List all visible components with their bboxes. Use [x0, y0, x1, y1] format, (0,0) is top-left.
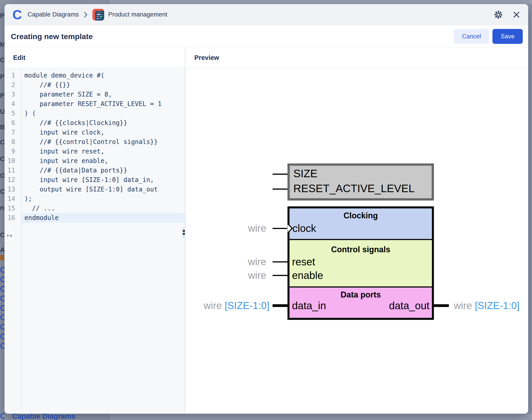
bus-stub-data-in [273, 304, 287, 307]
background-logo: C [0, 332, 4, 341]
project-icon [92, 9, 104, 21]
line-number: 6 [4, 118, 15, 128]
line-number: 15 [4, 204, 15, 213]
bus-stub-data-out [434, 304, 449, 307]
background-letter: Ou [0, 172, 4, 180]
background-bottom-divider [109, 414, 110, 420]
background-logo: C [0, 304, 4, 312]
panel-headers: Edit Preview [4, 47, 528, 68]
background-letter: Pr [0, 73, 4, 80]
breadcrumb-app-name[interactable]: Capable Diagrams [28, 11, 79, 18]
app-logo[interactable]: C [11, 8, 24, 21]
wire-keyword: wire [204, 300, 222, 311]
background-logo: C [0, 266, 4, 274]
wire-type-label-enable: wire [185, 270, 266, 281]
code-line[interactable]: input wire enable, [21, 156, 185, 166]
code-line[interactable]: input wire reset, [21, 147, 185, 156]
settings-gear-icon[interactable] [493, 10, 503, 20]
section-title-control: Control signals [287, 245, 434, 255]
code-line[interactable]: parameter SIZE = 8, [21, 90, 185, 99]
background-letter: Pr [0, 12, 4, 19]
project-icon-window [95, 11, 104, 21]
bus-range-label: [SIZE-1:0] [225, 300, 269, 311]
preview-panel-label: Preview [194, 47, 219, 68]
background-letter: n [0, 204, 4, 211]
code-line[interactable]: input wire [SIZE-1:0] data_in, [21, 175, 185, 185]
line-number: 16 [4, 213, 15, 223]
parameter-label: SIZE [293, 166, 432, 181]
code-line[interactable]: // ... [21, 204, 185, 213]
code-line[interactable]: endmodule [21, 213, 185, 223]
code-editor[interactable]: 12345678910111213141516 module demo_devi… [4, 68, 185, 414]
line-number: 13 [4, 185, 15, 194]
code-line[interactable]: //# {{}} [21, 80, 185, 90]
port-reset: reset [292, 256, 315, 267]
code-line[interactable]: output wire [SIZE-1:0] data_out [21, 185, 185, 194]
code-line[interactable]: ); [21, 194, 185, 204]
diagram-preview[interactable]: SIZE RESET_ACTIVE_LEVEL Clocking Control… [185, 68, 528, 414]
wire-stub-clock [273, 228, 287, 229]
breadcrumb-chevron-icon [84, 12, 88, 18]
close-icon[interactable] [511, 10, 521, 20]
title-bar: Creating new template Cancel Save [4, 26, 528, 47]
background-bottom-panel [109, 414, 532, 420]
line-number: 10 [4, 156, 15, 166]
section-title-clocking: Clocking [287, 211, 434, 221]
wire-type-label-clock: wire [185, 223, 266, 234]
port-data-out: data_out [287, 300, 429, 311]
background-top-divider [108, 0, 109, 4]
line-number: 11 [4, 166, 15, 175]
wire-type-label-reset: wire [185, 256, 266, 267]
edit-panel-label: Edit [13, 47, 26, 68]
background-logo: C [0, 275, 4, 284]
code-line[interactable]: ) ( [21, 109, 185, 118]
line-number: 4 [4, 99, 15, 109]
code-line[interactable]: //# {{clocks|Clocking}} [21, 118, 185, 128]
port-enable: enable [292, 270, 323, 281]
code-line[interactable]: //# {{control|Control signals}} [21, 137, 185, 147]
line-number: 5 [4, 109, 15, 118]
background-upload-icon [0, 255, 4, 260]
background-logo: C [0, 323, 4, 331]
code-lines[interactable]: module demo_device #( //# {{}} parameter… [24, 71, 185, 223]
background-letter: Ul [0, 108, 4, 115]
code-line[interactable]: module demo_device #( [21, 71, 185, 80]
param-stub-size [273, 174, 287, 175]
wire-stub-enable [273, 275, 287, 276]
background-letter: Ca [0, 138, 4, 146]
code-line[interactable]: input wire clock, [21, 128, 185, 137]
background-letter: Pr [0, 91, 4, 99]
line-number: 8 [4, 137, 15, 147]
wire-keyword: wire [454, 300, 472, 311]
sidebar-expand-tab[interactable]: ↦ [4, 229, 15, 242]
bus-range-label: [SIZE-1:0] [475, 300, 519, 311]
wire-type-label-data-in: wire [SIZE-1:0] [185, 300, 269, 311]
background-letter: Cl [0, 56, 4, 64]
wire-type-label-data-out: wire [SIZE-1:0] [454, 300, 519, 311]
template-editor-modal: C Capable Diagrams Product management [4, 4, 528, 414]
code-line[interactable]: parameter RESET_ACTIVE_LEVEL = 1 [21, 99, 185, 109]
background-letter: AF [0, 246, 4, 254]
background-letter: Ca [0, 155, 4, 163]
line-number: 1 [4, 71, 15, 80]
line-number-gutter: 12345678910111213141516 [4, 71, 15, 223]
code-line[interactable]: //# {{data|Data ports}} [21, 166, 185, 175]
wire-stub-reset [273, 261, 287, 262]
background-letter: By [0, 123, 4, 131]
parameter-label: RESET_ACTIVE_LEVEL [293, 181, 432, 196]
parameter-box: SIZE RESET_ACTIVE_LEVEL [287, 164, 434, 200]
modal-content: 12345678910111213141516 module demo_devi… [4, 68, 528, 414]
background-logo: C [0, 313, 4, 322]
cancel-button[interactable]: Cancel [454, 29, 489, 44]
page-title: Creating new template [11, 32, 454, 41]
line-number: 7 [4, 128, 15, 137]
clock-input-marker-icon [287, 223, 293, 233]
line-number: 2 [4, 80, 15, 90]
line-number: 14 [4, 194, 15, 204]
breadcrumb-project-name[interactable]: Product management [108, 11, 167, 18]
save-button[interactable]: Save [492, 29, 523, 44]
background-logo: C [0, 294, 4, 303]
background-logo: C [0, 411, 4, 420]
background-top-panel [109, 0, 532, 4]
param-stub-reset-active-level [273, 189, 287, 190]
